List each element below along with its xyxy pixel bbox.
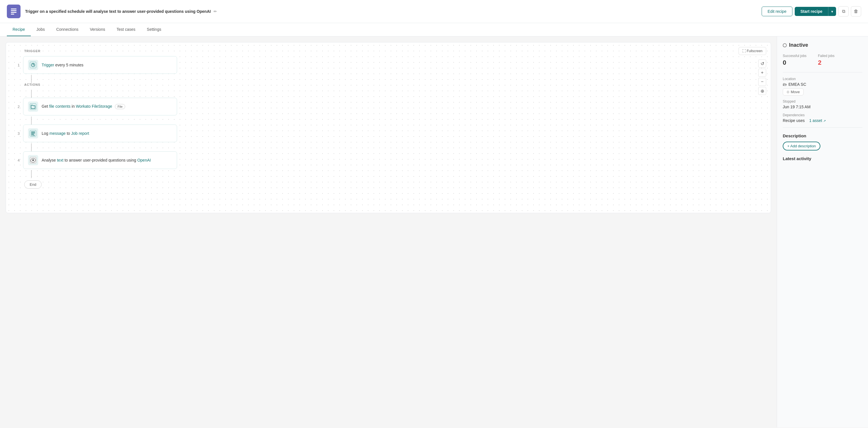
- move-icon: ⊹: [786, 90, 789, 94]
- step-number-3: 3: [13, 131, 20, 136]
- status-dot-icon: [783, 43, 787, 47]
- status-title: Inactive: [789, 42, 808, 48]
- filestorage-step-icon: [28, 101, 38, 112]
- text-link[interactable]: text: [57, 158, 64, 162]
- header-title-block: Trigger on a specified schedule will ana…: [25, 9, 217, 14]
- start-recipe-button[interactable]: Start recipe: [795, 7, 828, 16]
- zoom-in-button[interactable]: +: [758, 69, 766, 77]
- connector-2: [31, 117, 32, 125]
- svg-rect-2: [11, 12, 17, 13]
- navigation-tabs: Recipe Jobs Connections Versions Test ca…: [0, 23, 868, 36]
- description-section: Description + Add description: [783, 133, 862, 151]
- get-text: Get: [42, 104, 49, 108]
- step-row-2: 2 Get file contents in Workato FileStora…: [13, 98, 764, 116]
- step-1-text: Trigger every 5 minutes: [42, 63, 84, 67]
- failed-jobs-stat: Failed jobs 2: [818, 54, 834, 66]
- tab-jobs[interactable]: Jobs: [31, 23, 51, 36]
- jobs-stats-row: Successful jobs 0 Failed jobs 2: [783, 54, 862, 66]
- start-dropdown-button[interactable]: ▾: [828, 7, 836, 16]
- add-description-button[interactable]: + Add description: [783, 142, 820, 151]
- to-text: to: [67, 131, 71, 136]
- folder-icon: 🗁: [783, 82, 787, 87]
- header-left: Trigger on a specified schedule will ana…: [7, 5, 217, 18]
- dependencies-label: Dependencies: [783, 113, 862, 117]
- tab-connections[interactable]: Connections: [51, 23, 84, 36]
- step-card-4[interactable]: Analyse text to answer user-provided que…: [23, 151, 177, 169]
- failed-jobs-label: Failed jobs: [818, 54, 834, 58]
- trigger-text-plain: every 5 minutes: [55, 63, 84, 67]
- tab-test-cases[interactable]: Test cases: [111, 23, 141, 36]
- svg-rect-1: [11, 10, 17, 11]
- openai-link[interactable]: OpenAI: [137, 158, 151, 162]
- in-text: in: [71, 104, 76, 108]
- successful-jobs-stat: Successful jobs 0: [783, 54, 806, 66]
- tab-versions[interactable]: Versions: [84, 23, 111, 36]
- asset-link[interactable]: 1 asset ↗: [809, 118, 826, 123]
- openai-step-icon: [28, 155, 38, 165]
- fullscreen-button[interactable]: ⛶ Fullscreen: [739, 47, 766, 55]
- message-link[interactable]: message: [49, 131, 66, 136]
- file-badge: File: [115, 104, 125, 109]
- canvas-inner: ⛶ Fullscreen ↺ + − ⊕ TRIGGER 1: [6, 42, 771, 213]
- zoom-out-button[interactable]: −: [758, 78, 766, 86]
- failed-jobs-value: 2: [818, 59, 834, 66]
- zoom-fit-button[interactable]: ⊕: [758, 87, 766, 95]
- file-contents-link[interactable]: file contents: [49, 104, 70, 108]
- delete-button[interactable]: 🗑: [851, 6, 861, 17]
- log-text: Log: [42, 131, 49, 136]
- header-actions: Edit recipe Start recipe ▾ ⧉ 🗑: [762, 6, 861, 17]
- recipe-icon: [7, 5, 21, 18]
- step-3-text: Log message to Job report: [42, 131, 89, 136]
- tab-recipe[interactable]: Recipe: [7, 23, 31, 36]
- status-header: Inactive: [783, 42, 862, 48]
- description-title: Description: [783, 133, 862, 138]
- latest-activity-title: Latest activity: [783, 156, 862, 161]
- step-row-1: 1 Trigger every 5 minutes: [13, 56, 764, 74]
- zoom-reset-button[interactable]: ↺: [758, 60, 766, 68]
- successful-jobs-label: Successful jobs: [783, 54, 806, 58]
- step-card-2[interactable]: Get file contents in Workato FileStorage…: [23, 98, 177, 116]
- job-report-link[interactable]: Job report: [71, 131, 89, 136]
- copy-button[interactable]: ⧉: [838, 6, 848, 17]
- step-4-text: Analyse text to answer user-provided que…: [42, 158, 151, 162]
- trash-icon: 🗑: [854, 9, 858, 14]
- right-sidebar: Inactive Successful jobs 0 Failed jobs 2…: [777, 36, 868, 427]
- to-answer-text: to answer user-provided questions using: [64, 158, 137, 162]
- svg-text:LOG: LOG: [31, 134, 35, 136]
- stopped-row: Stopped Jun 19 7:15 AM: [783, 99, 862, 109]
- divider-2: [783, 127, 862, 128]
- edit-title-icon[interactable]: ✏: [214, 9, 217, 14]
- svg-rect-11: [31, 133, 35, 133]
- copy-icon: ⧉: [842, 9, 845, 14]
- start-recipe-group: Start recipe ▾: [795, 7, 836, 16]
- step-card-3[interactable]: LOG Log message to Job report: [23, 125, 177, 142]
- divider-1: [783, 72, 862, 72]
- step-card-1[interactable]: Trigger every 5 minutes: [23, 56, 177, 74]
- dependencies-value: Recipe uses 1 asset ↗: [783, 118, 862, 123]
- dependencies-row: Dependencies Recipe uses 1 asset ↗: [783, 113, 862, 123]
- svg-point-15: [32, 160, 34, 161]
- actions-section-label: ACTIONS: [24, 83, 764, 86]
- tab-settings[interactable]: Settings: [141, 23, 167, 36]
- recipe-canvas: ⛶ Fullscreen ↺ + − ⊕ TRIGGER 1: [0, 36, 777, 427]
- edit-recipe-button[interactable]: Edit recipe: [762, 6, 793, 16]
- header: Trigger on a specified schedule will ana…: [0, 0, 868, 23]
- move-button[interactable]: ⊹ Move: [783, 88, 804, 95]
- svg-rect-10: [31, 132, 35, 132]
- location-row: Location 🗁 EMEA SC ⊹ Move: [783, 77, 862, 95]
- log-step-icon: LOG: [28, 128, 38, 138]
- page-title: Trigger on a specified schedule will ana…: [25, 9, 217, 14]
- step-2-text: Get file contents in Workato FileStorage…: [42, 104, 125, 109]
- svg-rect-3: [11, 14, 14, 14]
- connector-3: [31, 143, 32, 151]
- external-link-icon: ↗: [823, 119, 826, 123]
- workato-filestorage-link[interactable]: Workato FileStorage: [76, 104, 112, 108]
- step-row-4: 4 Analyse text to answer user-provided q…: [13, 151, 764, 169]
- step-number-1: 1: [13, 63, 20, 67]
- step-number-2: 2: [13, 105, 20, 109]
- svg-rect-0: [11, 8, 17, 9]
- trigger-link[interactable]: Trigger: [42, 63, 54, 67]
- stopped-label: Stopped: [783, 99, 862, 103]
- latest-activity-section: Latest activity: [783, 156, 862, 161]
- step-row-3: 3 LOG Log message to: [13, 125, 764, 142]
